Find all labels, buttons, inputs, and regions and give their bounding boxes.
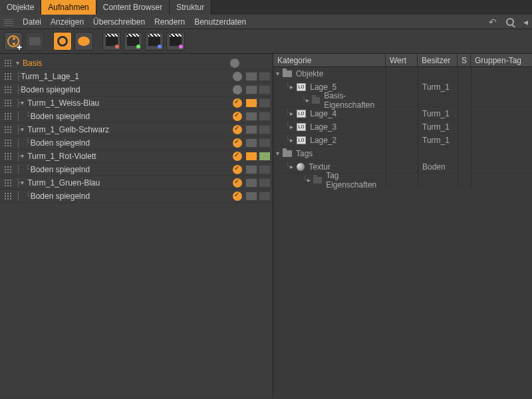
cell-s[interactable] — [458, 120, 471, 133]
disclosure-icon[interactable]: ▾ — [276, 150, 281, 157]
cell-s[interactable] — [458, 147, 471, 160]
cell-gruppentag[interactable] — [471, 174, 532, 186]
status-check-icon[interactable] — [233, 178, 242, 188]
status-check-icon[interactable] — [233, 125, 242, 134]
tree-row[interactable]: ├Boden spiegelnd — [0, 83, 273, 96]
tree-row[interactable]: │ └Boden spiegelnd — [0, 110, 273, 123]
status-dot-icon[interactable] — [230, 59, 239, 68]
tool-auto[interactable] — [53, 32, 72, 51]
cell-wert[interactable] — [386, 160, 418, 173]
camera-mini-icon[interactable] — [246, 139, 257, 147]
drag-handle-icon[interactable] — [4, 139, 12, 147]
cell-s[interactable] — [458, 107, 471, 120]
menu-benutzerdaten[interactable]: Benutzerdaten — [194, 17, 246, 27]
clapper-mini-icon[interactable] — [259, 72, 270, 80]
cell-wert[interactable] — [386, 174, 418, 186]
disclosure-icon[interactable]: ▸ — [290, 163, 295, 170]
clapper-mini-icon[interactable] — [259, 99, 270, 107]
clapper-mini-icon[interactable] — [259, 166, 270, 174]
cell-s[interactable] — [458, 160, 471, 173]
cell-gruppentag[interactable] — [471, 160, 532, 173]
cell-gruppentag[interactable] — [471, 80, 532, 93]
cell-wert[interactable] — [386, 94, 418, 106]
drag-handle-icon[interactable] — [4, 126, 12, 134]
clapper-mini-icon[interactable] — [259, 126, 270, 134]
col-besitzer[interactable]: Besitzer — [418, 54, 458, 66]
disclosure-icon[interactable]: ▸ — [290, 83, 295, 90]
clapper-mini-icon[interactable] — [259, 179, 270, 187]
drag-handle-icon[interactable] — [4, 86, 12, 94]
disclosure-icon[interactable]: ▸ — [306, 96, 311, 104]
tab-content-browser[interactable]: Content Browser — [96, 0, 170, 15]
cell-gruppentag[interactable] — [471, 67, 532, 80]
status-check-icon[interactable] — [233, 138, 242, 148]
drag-handle-icon[interactable] — [4, 59, 12, 67]
cell-wert[interactable] — [386, 107, 418, 120]
table-row[interactable]: ▾Objekte — [273, 67, 532, 80]
disclosure-icon[interactable]: ▸ — [290, 123, 295, 130]
tree-root[interactable]: ▾ Basis — [0, 57, 273, 70]
tool-slate-3[interactable] — [145, 32, 164, 51]
cell-gruppentag[interactable] — [471, 107, 532, 120]
camera-mini-icon[interactable] — [246, 166, 257, 174]
status-check-icon[interactable] — [233, 98, 242, 108]
tree-row[interactable]: ├▾Turm_1_Gelb-Schwarz — [0, 123, 273, 136]
tree-row[interactable]: │ └Boden spiegelnd — [0, 163, 273, 176]
camera-mini-icon[interactable] — [246, 112, 257, 120]
status-check-icon[interactable] — [233, 152, 242, 161]
search-icon[interactable] — [506, 18, 514, 26]
drag-handle-icon[interactable] — [4, 179, 12, 187]
camera-mini-icon[interactable] — [246, 192, 257, 200]
cell-gruppentag[interactable] — [471, 120, 532, 133]
tool-slate-4[interactable] — [166, 32, 185, 51]
col-s[interactable]: S — [458, 54, 471, 66]
disclosure-icon[interactable]: ▾ — [16, 59, 21, 66]
tool-new-camera[interactable] — [25, 32, 44, 51]
drag-handle-icon[interactable] — [4, 192, 12, 200]
menu-rendern[interactable]: Rendern — [154, 17, 185, 27]
cell-wert[interactable] — [386, 67, 418, 80]
tab-aufnahmen[interactable]: Aufnahmen — [41, 0, 96, 15]
camera-mini-icon[interactable] — [246, 99, 257, 107]
cell-wert[interactable] — [386, 120, 418, 133]
disclosure-icon[interactable]: ▾ — [21, 99, 26, 106]
status-check-icon[interactable] — [233, 165, 242, 174]
cell-s[interactable] — [458, 174, 471, 186]
disclosure-icon[interactable]: ▾ — [21, 152, 26, 160]
disclosure-icon[interactable]: ▾ — [21, 179, 26, 186]
tool-new-take[interactable]: + — [4, 32, 23, 51]
cell-gruppentag[interactable] — [471, 134, 532, 146]
disclosure-icon[interactable]: ▸ — [290, 110, 295, 117]
undo-icon[interactable]: ↶ — [489, 17, 497, 27]
drag-handle-icon[interactable] — [4, 166, 12, 174]
col-wert[interactable]: Wert — [386, 54, 418, 66]
cell-s[interactable] — [458, 94, 471, 106]
tab-objekte[interactable]: Objekte — [0, 0, 41, 15]
clapper-mini-icon[interactable] — [259, 192, 270, 200]
drag-handle-icon[interactable] — [4, 152, 12, 160]
tree-row[interactable]: ├▾Turm_1_Rot-Violett — [0, 150, 273, 163]
table-row[interactable]: ▾Tags — [273, 147, 532, 160]
tool-slate-2[interactable] — [124, 32, 142, 51]
cell-wert[interactable] — [386, 134, 418, 146]
table-row[interactable]: └▸L0Lage_4Turm_1 — [273, 107, 532, 120]
tree-row[interactable]: ├Turm_1_Lage_1 — [0, 70, 273, 83]
drag-handle-icon[interactable] — [4, 99, 12, 107]
clapper-mini-icon[interactable] — [259, 152, 270, 160]
table-row[interactable]: └▸L0Lage_3Turm_1 — [273, 120, 532, 134]
tool-slate-1[interactable] — [102, 32, 121, 51]
status-gray-icon[interactable] — [233, 72, 242, 81]
table-row[interactable]: └▸Basis-Eigenschaften — [273, 94, 532, 107]
table-row[interactable]: └▸L0Lage_2Turm_1 — [273, 134, 532, 147]
status-check-icon[interactable] — [233, 192, 242, 201]
col-kategorie[interactable]: Kategorie — [273, 54, 386, 66]
cell-s[interactable] — [458, 80, 471, 93]
status-check-icon[interactable] — [233, 112, 242, 121]
camera-mini-icon[interactable] — [246, 72, 257, 80]
cell-s[interactable] — [458, 67, 471, 80]
tab-struktur[interactable]: Struktur — [170, 0, 211, 15]
disclosure-icon[interactable]: ▸ — [290, 136, 295, 144]
clapper-mini-icon[interactable] — [259, 112, 270, 120]
camera-mini-icon[interactable] — [246, 86, 257, 94]
cell-gruppentag[interactable] — [471, 94, 532, 106]
